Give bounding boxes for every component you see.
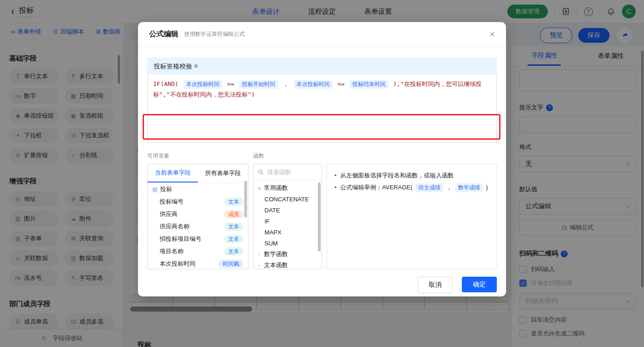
field-type-badge: 文本 (224, 247, 243, 256)
function-group[interactable]: ›数学函数 (253, 249, 322, 260)
modal-subtitle: 使用数学运算符编辑公式 (184, 30, 245, 38)
modal-body: 投标资格校验 = IF(AND( 本次投标时间 >= 投标开始时间 ， 本次投标… (138, 57, 506, 293)
variable-name: 供应商 (160, 210, 178, 218)
caret-right-icon: › (257, 252, 262, 257)
variable-field-row[interactable]: 本次投标时间时间戳 (148, 257, 248, 269)
formula-code: >= (224, 80, 238, 87)
modal-header: 公式编辑 使用数学运算符编辑公式 × (138, 22, 506, 46)
variable-name: 供应商名称 (160, 222, 190, 231)
bullet-icon: • (334, 172, 337, 179)
example-suffix: ) (484, 184, 488, 191)
modal-title: 公式编辑 (149, 29, 178, 39)
variables-scrollbar[interactable] (244, 181, 247, 217)
function-group[interactable]: ∨常用函数 (253, 182, 322, 193)
search-input[interactable] (266, 168, 314, 176)
doc-icon: ▤ (152, 186, 157, 193)
function-item[interactable]: MAPX (253, 227, 322, 238)
variables-label: 可用变量 (147, 152, 248, 160)
help-tip: •从左侧面板选择字段名和函数，或输入函数 (334, 170, 489, 182)
functions-scrollbar[interactable] (318, 182, 321, 251)
function-group-label: 常用函数 (264, 184, 288, 192)
variable-name: 招投标项目编号 (160, 235, 201, 243)
formula-field-token: 投标开始时间 (239, 80, 278, 89)
example-field-token: 数学成绩 (455, 183, 483, 192)
function-item[interactable]: CONCATENATE (253, 193, 322, 205)
variable-name: 投标编号 (160, 198, 184, 206)
form-name: 投标 (160, 185, 172, 193)
formula-code: IF(AND( (153, 80, 182, 87)
function-item[interactable]: DATE (253, 205, 322, 216)
field-type-badge: 时间戳 (218, 260, 243, 268)
function-group[interactable]: ›文本函数 (253, 260, 322, 269)
tab-all-form-fields[interactable]: 所有表单字段 (198, 164, 248, 182)
variables-panel: 当前表单字段 所有表单字段 ▤ 投标 投标编号文本供应商成员供应商名称文本招投标… (147, 164, 248, 269)
panel-labels: 可用变量 函数 (147, 152, 497, 160)
field-type-badge: 文本 (224, 235, 243, 243)
formula-editor[interactable]: IF(AND( 本次投标时间 >= 投标开始时间 ， 本次投标时间 <= 投标结… (147, 75, 497, 143)
variable-name: 项目名称 (160, 247, 184, 256)
example-separator: ， (444, 184, 454, 191)
variable-field-row[interactable]: 供应商名称文本 (148, 220, 248, 233)
form-tree-node[interactable]: ▤ 投标 (148, 183, 248, 195)
field-list: 投标编号文本供应商成员供应商名称文本招投标项目编号文本项目名称文本本次投标时间时… (148, 195, 248, 269)
bullet-icon: • (334, 184, 337, 191)
formula-field-token: 本次投标时间 (184, 80, 222, 89)
field-type-badge: 成员 (224, 210, 243, 218)
variable-field-row[interactable]: 项目名称文本 (148, 245, 248, 257)
variable-field-row[interactable]: 投标编号文本 (148, 195, 248, 208)
modal-footer: 取消 确定 (147, 277, 497, 293)
field-type-badge: 文本 (224, 222, 243, 231)
variable-name: 本次投标时间 (160, 260, 196, 268)
field-type-badge: 文本 (224, 198, 243, 206)
function-item[interactable]: IF (253, 216, 322, 227)
formula-field-token: 投标结束时间 (350, 80, 388, 89)
example-field-token: 语文成绩 (415, 183, 443, 192)
help-example: •公式编辑举例：AVERAGE( 语文成绩 ， 数学成绩 ) (334, 182, 489, 193)
formula-code: ， (279, 80, 293, 87)
formula-field-token: 本次投标时间 (294, 80, 333, 89)
search-icon (258, 169, 264, 175)
variable-field-row[interactable]: 供应商成员 (148, 208, 248, 220)
example-prefix: 公式编辑举例：AVERAGE( (340, 184, 414, 191)
help-panel: •从左侧面板选择字段名和函数，或输入函数 •公式编辑举例：AVERAGE( 语文… (327, 164, 497, 269)
modal-panels: 当前表单字段 所有表单字段 ▤ 投标 投标编号文本供应商成员供应商名称文本招投标… (147, 164, 497, 269)
formula-target: 投标资格校验 = (147, 57, 497, 75)
function-tree: ∨常用函数CONCATENATEDATEIFMAPXSUM›数学函数›文本函数 (253, 180, 322, 269)
cancel-button[interactable]: 取消 (418, 277, 453, 293)
function-search (253, 164, 322, 180)
caret-right-icon: › (257, 263, 262, 268)
confirm-button[interactable]: 确定 (462, 277, 497, 292)
variables-tabs: 当前表单字段 所有表单字段 (148, 164, 248, 183)
functions-label: 函数 (253, 152, 322, 160)
function-group-label: 数学函数 (264, 250, 288, 258)
caret-down-icon: ∨ (257, 186, 262, 191)
functions-panel: ∨常用函数CONCATENATEDATEIFMAPXSUM›数学函数›文本函数 (253, 164, 322, 269)
function-group-label: 文本函数 (264, 261, 288, 269)
close-icon[interactable]: × (489, 29, 495, 39)
formula-editor-modal: 公式编辑 使用数学运算符编辑公式 × 投标资格校验 = IF(AND( 本次投标… (138, 22, 506, 296)
formula-code: <= (334, 80, 348, 87)
variable-field-row[interactable]: 招投标项目编号文本 (148, 233, 248, 245)
tab-current-form-fields[interactable]: 当前表单字段 (148, 164, 198, 182)
function-item[interactable]: SUM (253, 238, 322, 249)
